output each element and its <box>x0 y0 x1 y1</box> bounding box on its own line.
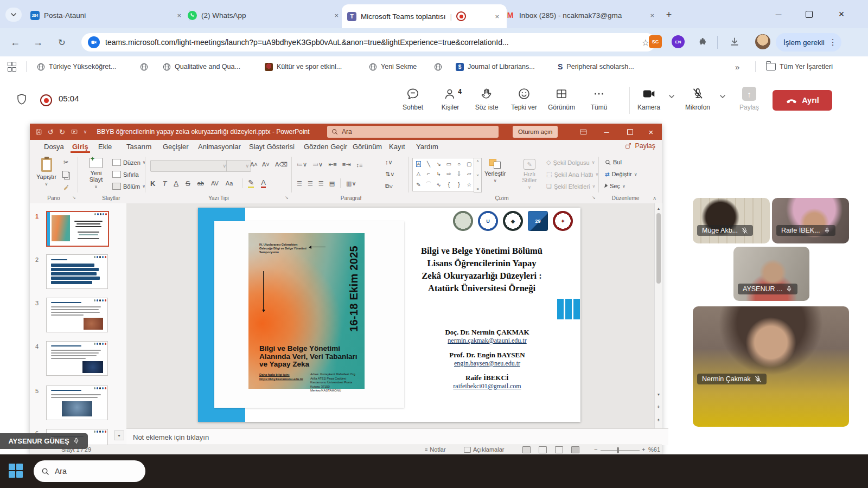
layout-button[interactable]: Düzen∨ <box>112 159 146 166</box>
address-bar[interactable]: teams.microsoft.com/light-meetings/launc… <box>81 33 656 52</box>
new-tab-button[interactable]: + <box>662 8 676 22</box>
raise-hand-button[interactable]: Söz iste <box>469 87 504 111</box>
font-color-button[interactable]: A <box>261 178 266 188</box>
zoom-out-button[interactable]: − <box>594 446 597 453</box>
save-icon[interactable] <box>35 129 42 136</box>
tab-close-icon[interactable]: × <box>332 10 341 21</box>
browser-tab-gmail[interactable]: M Inbox (285) - ncakmak73@gma × <box>500 5 662 25</box>
strikethrough-button[interactable]: S <box>186 179 190 188</box>
browser-tab-posta[interactable]: 284 Posta-Atauni × <box>25 5 189 25</box>
tab-ekle[interactable]: Ekle <box>98 143 112 151</box>
bookmark-icon-only-1[interactable] <box>140 60 148 73</box>
shrink-font-button[interactable]: A˅ <box>262 161 270 168</box>
ppt-search-box[interactable]: Ara <box>327 126 499 138</box>
canvas-scrollbar[interactable]: ▲ ▼ ⇞ ⇟ <box>654 203 662 428</box>
back-button[interactable]: ← <box>7 34 24 51</box>
slide-canvas[interactable]: IV. Uluslararası Gelenekten Geleceğe Bil… <box>126 203 654 428</box>
slideshow-icon[interactable] <box>71 129 78 136</box>
previous-slide-button[interactable]: ⇞ <box>655 403 662 411</box>
bookmark-qualitative[interactable]: Qualitative and Qua... <box>163 60 240 73</box>
chat-button[interactable]: Sohbet <box>395 87 430 111</box>
clear-format-button[interactable]: A⌫ <box>275 161 288 168</box>
apps-grid-icon[interactable] <box>8 60 15 73</box>
taskbar-search[interactable]: Ara <box>34 460 145 482</box>
copy-button[interactable] <box>62 171 68 178</box>
ppt-minimize-button[interactable]: ─ <box>596 124 617 140</box>
increase-indent-button[interactable]: ≡⇥ <box>342 161 351 168</box>
reset-button[interactable]: Sıfırla <box>112 171 139 178</box>
profile-avatar[interactable] <box>755 34 770 49</box>
zoom-slider-knob[interactable] <box>617 447 619 453</box>
sign-in-button[interactable]: Oturum açın <box>513 126 558 138</box>
comments-toggle[interactable]: Açıklamalar <box>464 446 504 453</box>
shape-effects-button[interactable]: ❏Şekil Efektleri∨ <box>546 183 595 190</box>
view-button[interactable]: Görünüm <box>544 87 579 111</box>
bookmark-kultur[interactable]: Kültür ve spor etkinl... <box>265 60 342 73</box>
convert-smartart-button[interactable]: ⧉∨ <box>385 183 393 190</box>
align-left-button[interactable]: ☰ <box>297 180 302 187</box>
line-spacing-button[interactable]: ↕≡ <box>356 162 362 168</box>
bookmark-journal[interactable]: $ Journal of Librarians... <box>456 60 535 73</box>
paste-button[interactable]: Yapıştır ∨ <box>36 158 56 187</box>
tab-gozden-gecir[interactable]: Gözden Geçir <box>304 143 347 151</box>
ppt-close-button[interactable]: × <box>640 124 662 140</box>
bookmark-peripheral[interactable]: S Peripheral scholarsh... <box>558 60 634 73</box>
shape-fill-button[interactable]: ◇Şekil Dolgusu∨ <box>546 159 595 166</box>
highlight-button[interactable]: ✎ <box>248 178 254 188</box>
italic-button[interactable]: T <box>162 179 167 188</box>
downloads-icon[interactable] <box>729 36 740 47</box>
bookmark-yeni-sekme[interactable]: Yeni Sekme <box>369 60 417 73</box>
tab-gorunum[interactable]: Görünüm <box>353 143 382 151</box>
tab-kayit[interactable]: Kayıt <box>389 143 405 151</box>
bookmarks-overflow-chevron[interactable]: » <box>735 60 739 73</box>
bold-button[interactable]: K <box>150 179 155 188</box>
slide-thumbnail-4[interactable] <box>46 341 108 376</box>
slide-thumbnail-2[interactable] <box>46 254 108 289</box>
notes-toggle[interactable]: ≡Notlar <box>425 446 446 453</box>
window-close-button[interactable]: × <box>829 0 854 28</box>
columns-button[interactable]: ▥∨ <box>346 180 356 187</box>
numbering-button[interactable]: ≕∨ <box>312 161 323 168</box>
bookmark-icon-only-2[interactable] <box>434 60 442 73</box>
shapes-gallery[interactable]: A╲↘▭○▢ △⌐↳⇨⇩▱ ✎⌒∿{}☆ <box>412 158 475 191</box>
shapes-scroll[interactable]: ˄˅≡ <box>474 158 482 192</box>
window-minimize-button[interactable]: ─ <box>766 0 791 28</box>
extension-sc-icon[interactable]: SC <box>649 35 662 48</box>
tab-tasarim[interactable]: Tasarım <box>126 143 151 151</box>
action-required-button[interactable]: İşlem gerekli ⋮ <box>776 33 841 52</box>
slide-thumbnail-5[interactable] <box>46 386 108 420</box>
start-button[interactable] <box>9 464 23 478</box>
new-slide-button[interactable]: Yeni Slayt ∨ <box>84 158 108 189</box>
window-maximize-button[interactable] <box>796 0 821 28</box>
video-tile-aysenur[interactable]: AYSENUR ... <box>733 247 809 301</box>
scroll-down-arrow[interactable]: ▼ <box>655 390 662 399</box>
font-size-combo[interactable]: ∨ <box>226 160 251 172</box>
scrollbar-thumb[interactable] <box>656 213 661 284</box>
normal-view-button[interactable] <box>522 446 531 453</box>
tab-yardim[interactable]: Yardım <box>416 143 438 151</box>
tab-search-button[interactable] <box>5 8 22 22</box>
ppt-restore-button[interactable] <box>619 124 641 140</box>
text-direction-button[interactable]: ↕∨ <box>385 159 393 166</box>
react-button[interactable]: Tepki ver <box>507 87 541 111</box>
decrease-indent-button[interactable]: ⇤≡ <box>328 161 337 168</box>
zoom-level[interactable]: %61 <box>648 446 660 453</box>
all-bookmarks-button[interactable]: Tüm Yer İşaretleri <box>766 60 833 73</box>
more-button[interactable]: Tümü <box>582 87 616 111</box>
align-right-button[interactable]: ☰ <box>318 180 324 187</box>
grow-font-button[interactable]: A˄ <box>250 161 258 168</box>
bookmark-star-icon[interactable]: ☆ <box>642 37 649 48</box>
ribbon-display-options[interactable] <box>572 124 594 140</box>
justify-button[interactable]: ▤ <box>329 180 335 187</box>
video-tile-muge[interactable]: Müge Akb... <box>693 198 770 243</box>
underline-button[interactable]: A <box>174 179 178 188</box>
tab-dosya[interactable]: Dosya <box>44 143 64 151</box>
select-button[interactable]: Seç∨ <box>605 183 626 189</box>
current-slide[interactable]: IV. Uluslararası Gelenekten Geleceğe Bil… <box>198 208 580 422</box>
mic-chevron[interactable] <box>719 93 726 100</box>
extensions-puzzle-icon[interactable] <box>697 36 707 47</box>
replace-button[interactable]: ⇄ Değiştir∨ <box>605 171 637 177</box>
scroll-up-arrow[interactable]: ▲ <box>655 204 662 213</box>
font-dialog-launcher[interactable]: ↘ <box>285 195 289 200</box>
tab-close-icon[interactable]: × <box>648 10 656 21</box>
